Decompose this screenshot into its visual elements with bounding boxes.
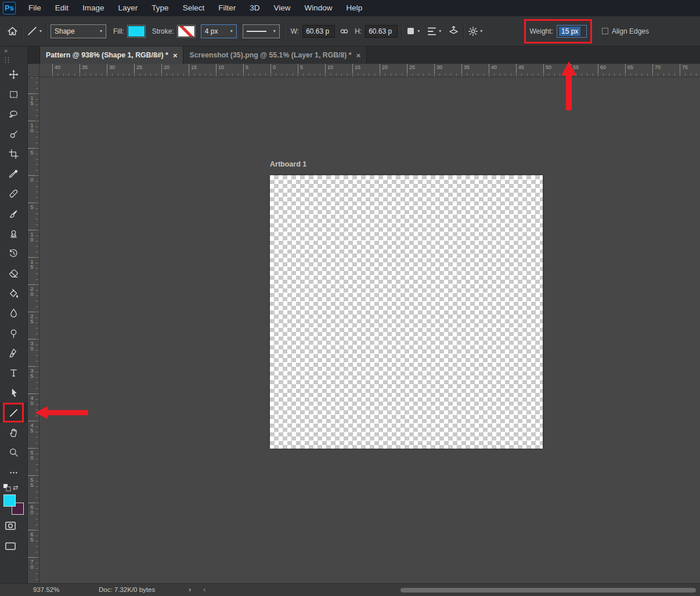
screen-mode-button[interactable] bbox=[4, 540, 17, 554]
link-dimensions-button[interactable] bbox=[338, 27, 350, 36]
separator bbox=[46, 21, 46, 41]
default-colors-icon bbox=[3, 483, 11, 492]
menu-item[interactable]: Layer bbox=[111, 0, 145, 16]
paint-bucket-tool[interactable] bbox=[0, 283, 27, 303]
brush-tool[interactable] bbox=[0, 204, 27, 223]
ruler-label: 70 bbox=[28, 557, 39, 583]
tool-preset-picker[interactable]: ▾ bbox=[27, 26, 42, 37]
ruler-label: 40 bbox=[52, 64, 80, 77]
home-button[interactable] bbox=[7, 26, 18, 37]
menu-item[interactable]: Image bbox=[75, 0, 111, 16]
chevron-down-icon: ▾ bbox=[39, 28, 42, 34]
line-tool-preset-icon bbox=[27, 26, 38, 37]
lasso-tool[interactable] bbox=[0, 104, 27, 124]
edit-toolbar-button[interactable] bbox=[0, 463, 27, 482]
home-icon bbox=[7, 26, 18, 37]
status-menu-chevron-icon[interactable]: › bbox=[189, 585, 191, 594]
zoom-level-readout[interactable]: 937.52% bbox=[33, 586, 59, 593]
ruler-label: 70 bbox=[652, 64, 680, 77]
gear-icon bbox=[468, 26, 478, 37]
tab-pattern-document[interactable]: Pattern @ 938% (Shape 1, RGB/8#) * × bbox=[39, 46, 183, 64]
close-icon[interactable]: × bbox=[356, 51, 361, 60]
menu-item[interactable]: 3D bbox=[243, 0, 266, 16]
path-arrangement-button[interactable] bbox=[448, 26, 459, 37]
weight-input[interactable]: 15 px bbox=[557, 25, 587, 38]
vertical-ruler[interactable]: 20151050510152025303540455055606570 bbox=[28, 77, 39, 583]
fill-color-swatch[interactable] bbox=[128, 26, 145, 37]
type-tool[interactable] bbox=[0, 363, 27, 382]
zoom-tool[interactable] bbox=[0, 443, 27, 463]
history-brush-tool[interactable] bbox=[0, 244, 27, 263]
line-tool[interactable] bbox=[0, 403, 27, 422]
eyedropper-tool[interactable] bbox=[0, 164, 27, 183]
ruler-label: 75 bbox=[680, 64, 700, 77]
menu-item[interactable]: Select bbox=[176, 0, 212, 16]
menu-item[interactable]: Filter bbox=[211, 0, 243, 16]
menu-item[interactable]: File bbox=[21, 0, 48, 16]
ruler-label: 65 bbox=[625, 64, 652, 77]
shape-width-value: 60.63 p bbox=[306, 27, 329, 35]
separator bbox=[284, 21, 284, 41]
menu-item[interactable]: Window bbox=[297, 0, 339, 16]
selection-arrow-icon bbox=[9, 388, 19, 398]
align-icon bbox=[427, 26, 437, 37]
ruler-label: 35 bbox=[80, 64, 107, 77]
clone-stamp-icon bbox=[9, 229, 19, 239]
chevron-down-icon: ▾ bbox=[100, 28, 102, 34]
tool-mode-select[interactable]: Shape ▾ bbox=[50, 24, 106, 38]
move-tool[interactable] bbox=[0, 64, 27, 84]
stroke-color-swatch[interactable] bbox=[178, 26, 195, 37]
path-operations-button[interactable]: ▾ bbox=[406, 27, 420, 36]
spot-healing-brush-tool[interactable] bbox=[0, 184, 27, 204]
ruler-label: 20 bbox=[161, 64, 189, 77]
default-swap-colors[interactable]: ⇄ bbox=[3, 483, 18, 492]
clone-stamp-tool[interactable] bbox=[0, 223, 27, 243]
artboard-label[interactable]: Artboard 1 bbox=[270, 160, 306, 168]
path-alignment-button[interactable]: ▾ bbox=[427, 26, 441, 37]
menu-item[interactable]: Edit bbox=[48, 0, 75, 16]
dodge-tool[interactable] bbox=[0, 323, 27, 343]
path-selection-tool[interactable] bbox=[0, 383, 27, 403]
link-icon bbox=[338, 27, 350, 36]
hand-tool[interactable] bbox=[0, 422, 27, 442]
foreground-color-swatch[interactable] bbox=[3, 494, 16, 507]
scroll-left-chevron-icon[interactable]: ‹ bbox=[203, 585, 205, 594]
ruler-label: 15 bbox=[28, 93, 39, 121]
artboard-transparent-area[interactable] bbox=[270, 175, 543, 449]
blur-drop-icon bbox=[9, 308, 19, 318]
ruler-label: 5 bbox=[28, 203, 39, 230]
quick-mask-button[interactable] bbox=[4, 520, 17, 534]
collapse-panel-button[interactable]: » bbox=[0, 46, 27, 56]
ruler-label: 5 bbox=[28, 148, 39, 175]
crop-tool[interactable] bbox=[0, 144, 27, 164]
horizontal-scrollbar-thumb[interactable] bbox=[400, 588, 696, 593]
tab-screenshot-document[interactable]: Screenshot (35).png @ 55.1% (Layer 1, RG… bbox=[183, 46, 367, 64]
stroke-type-combo[interactable]: ▾ bbox=[243, 24, 280, 38]
quick-selection-tool[interactable] bbox=[0, 124, 27, 144]
fill-label: Fill: bbox=[113, 27, 124, 35]
stroke-label: Stroke: bbox=[152, 27, 174, 35]
menu-item[interactable]: Help bbox=[339, 0, 369, 16]
photoshop-logo: Ps bbox=[3, 2, 16, 15]
stroke-width-combo[interactable]: 4 px ▾ bbox=[201, 24, 237, 38]
rectangular-marquee-tool[interactable] bbox=[0, 84, 27, 104]
eraser-tool[interactable] bbox=[0, 263, 27, 283]
extra-options-button[interactable]: ▾ bbox=[468, 26, 482, 37]
arrange-layers-icon bbox=[448, 26, 459, 37]
document-size-readout[interactable]: Doc: 7.32K/0 bytes bbox=[99, 586, 155, 593]
document-canvas[interactable]: Artboard 1 bbox=[39, 77, 700, 583]
menu-item[interactable]: Type bbox=[145, 0, 175, 16]
dodge-icon bbox=[9, 328, 19, 338]
shape-height-field[interactable]: 60.63 p bbox=[365, 25, 398, 38]
blur-tool[interactable] bbox=[0, 304, 27, 323]
align-edges-checkbox[interactable] bbox=[602, 28, 608, 34]
width-label: W: bbox=[291, 27, 299, 35]
shape-width-field[interactable]: 60.63 p bbox=[302, 25, 335, 38]
menu-item[interactable]: View bbox=[266, 0, 297, 16]
ruler-label: 35 bbox=[461, 64, 489, 77]
horizontal-ruler[interactable]: 4035302520151050510152025303540455055606… bbox=[39, 64, 700, 77]
pen-tool[interactable] bbox=[0, 343, 27, 363]
panel-grip[interactable] bbox=[4, 56, 10, 63]
separator bbox=[402, 21, 402, 41]
close-icon[interactable]: × bbox=[173, 51, 178, 60]
